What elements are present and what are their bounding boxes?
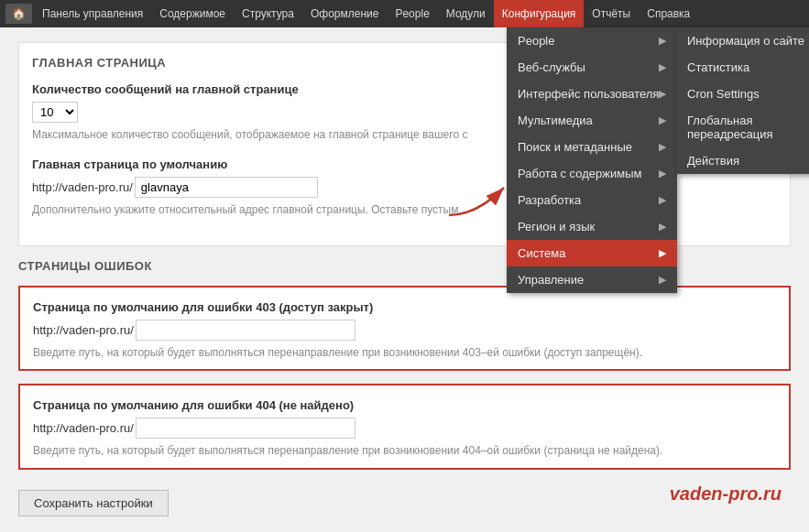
menu-webservices[interactable]: Веб-службы ▶ [507, 54, 677, 81]
submenu-stats[interactable]: Статистика [676, 54, 809, 81]
chevron-right-icon: ▶ [659, 194, 666, 206]
default-page-url-prefix: http://vaden-pro.ru/ [32, 180, 133, 194]
menu-dev[interactable]: Разработка ▶ [507, 187, 677, 213]
menu-multimedia[interactable]: Мультимедиа ▶ [507, 107, 677, 134]
msg-count-select[interactable]: 10 5 15 20 [32, 102, 78, 123]
error-403-box: Страница по умолчанию для ошибки 403 (до… [18, 286, 791, 372]
menu-system[interactable]: Система ▶ [507, 240, 677, 266]
chevron-right-icon: ▶ [659, 61, 666, 73]
save-button[interactable]: Сохранить настройки [18, 490, 169, 516]
nav-content[interactable]: Содержимое [151, 0, 234, 27]
error-404-url-prefix: http://vaden-pro.ru/ [33, 421, 134, 435]
menu-people[interactable]: People ▶ [507, 27, 677, 54]
error-403-url-prefix: http://vaden-pro.ru/ [33, 323, 134, 337]
nav-structure[interactable]: Структура [234, 0, 302, 27]
error-403-input[interactable] [136, 320, 355, 341]
error-404-input[interactable] [136, 418, 355, 439]
nav-config[interactable]: Конфигурация [494, 0, 585, 27]
chevron-right-icon: ▶ [659, 141, 666, 153]
nav-design[interactable]: Оформление [302, 0, 387, 27]
top-navigation: 🏠 Панель управления Содержимое Структура… [0, 0, 809, 27]
nav-modules[interactable]: Модули [438, 0, 494, 27]
config-dropdown: People ▶ Веб-службы ▶ Интерфейс пользова… [507, 27, 677, 293]
nav-help[interactable]: Справка [639, 0, 698, 27]
chevron-right-icon: ▶ [659, 114, 666, 126]
menu-ui[interactable]: Интерфейс пользователя ▶ [507, 81, 677, 107]
error-404-label: Страница по умолчанию для ошибки 404 (не… [33, 398, 776, 412]
watermark: vaden-pro.ru [670, 483, 782, 505]
submenu-cron[interactable]: Cron Settings ▶ [676, 81, 809, 107]
chevron-right-icon: ▶ [659, 247, 666, 259]
nav-panel[interactable]: Панель управления [34, 0, 151, 27]
chevron-right-icon: ▶ [659, 221, 666, 233]
nav-reports[interactable]: Отчёты [584, 0, 639, 27]
chevron-right-icon: ▶ [659, 274, 666, 286]
nav-people[interactable]: People [387, 0, 437, 27]
error-404-box: Страница по умолчанию для ошибки 404 (не… [18, 384, 791, 470]
home-button[interactable]: 🏠 [5, 4, 32, 24]
menu-search[interactable]: Поиск и метаданные ▶ [507, 134, 677, 160]
menu-management[interactable]: Управление ▶ [507, 266, 677, 293]
submenu-site-info[interactable]: Информация о сайте [676, 27, 809, 54]
error-403-label: Страница по умолчанию для ошибки 403 (до… [33, 300, 776, 314]
error-404-url-row: http://vaden-pro.ru/ [33, 418, 776, 439]
error-404-hint: Введите путь, на который будет выполнять… [33, 443, 776, 459]
chevron-right-icon: ▶ [659, 35, 666, 47]
menu-region[interactable]: Регион и язык ▶ [507, 213, 677, 240]
menu-content-work[interactable]: Работа с содержимым ▶ [507, 160, 677, 187]
default-page-input[interactable] [135, 177, 318, 198]
chevron-right-icon: ▶ [659, 168, 666, 179]
submenu-redirect[interactable]: Глобальная переадресация [676, 107, 809, 147]
chevron-right-icon: ▶ [659, 88, 666, 100]
submenu-actions[interactable]: Действия [676, 147, 809, 174]
error-403-url-row: http://vaden-pro.ru/ [33, 320, 776, 341]
error-403-hint: Введите путь, на который будет выполнять… [33, 345, 776, 361]
system-submenu: Информация о сайте Статистика Cron Setti… [676, 27, 809, 174]
